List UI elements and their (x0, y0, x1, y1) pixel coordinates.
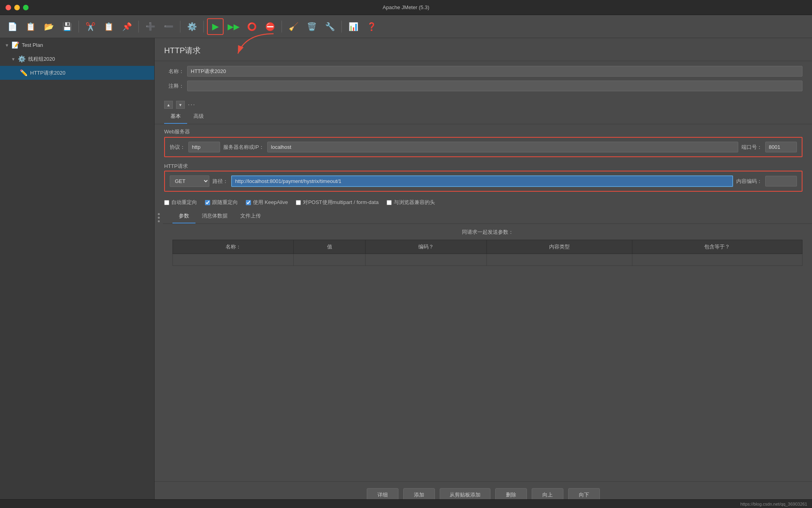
keepalive-input[interactable] (246, 200, 251, 205)
protocol-label: 协议： (170, 144, 185, 151)
dot-2 (158, 217, 160, 219)
table-row (173, 254, 802, 266)
dot-3 (158, 220, 160, 222)
port-label: 端口号： (741, 144, 762, 151)
comment-row: 注释： (164, 81, 802, 91)
sub-tab-params[interactable]: 参数 (172, 209, 195, 223)
sub-tabs-container: 参数 消息体数据 文件上传 同请求一起发送参数： 名称： 值 (155, 209, 812, 271)
tabs-bar: 基本 高级 (155, 110, 812, 124)
close-button[interactable] (6, 5, 11, 10)
http-request-row: GET POST PUT DELETE HEAD OPTIONS PATCH 路… (170, 175, 797, 187)
table-header-row: 名称： 值 编码？ 内容类型 包含等于？ (173, 240, 802, 254)
encoding-input[interactable] (765, 176, 797, 187)
tab-basic[interactable]: 基本 (164, 110, 187, 124)
cut-button[interactable]: ✂️ (82, 18, 99, 35)
window-controls[interactable] (6, 5, 29, 10)
remove-button[interactable]: ➖ (160, 18, 177, 35)
remote-config-button[interactable]: 🔧 (322, 18, 338, 35)
auto-redirect-input[interactable] (164, 200, 169, 205)
status-bar: https://blog.csdn.net/qq_36903261 (0, 499, 812, 508)
save-button[interactable]: 💾 (59, 18, 75, 35)
server-config-row: 协议： 服务器名称或IP： 端口号： (170, 142, 797, 152)
more-options: ··· (188, 101, 195, 108)
follow-redirect-checkbox[interactable]: 跟随重定向 (205, 199, 238, 206)
content-area: HTTP请求 名称： 注释： ▲ ▼ ··· 基 (155, 38, 812, 508)
test-plan-icon: 📝 (11, 41, 19, 49)
keepalive-checkbox[interactable]: 使用 KeepAlive (246, 199, 288, 206)
help-button[interactable]: ❓ (363, 18, 380, 35)
protocol-input[interactable] (188, 142, 220, 152)
method-select[interactable]: GET POST PUT DELETE HEAD OPTIONS PATCH (170, 175, 209, 187)
toolbar: 📄 📋 📂 💾 ✂️ 📋 📌 ➕ ➖ ⚙️ ▶ ▶▶ ⭕ ⛔ 🧹 🗑️ 🔧 📊 … (0, 15, 812, 38)
col-name: 名称： (173, 240, 294, 254)
params-title: 同请求一起发送参数： (172, 229, 802, 236)
expand-icon: ▼ (5, 43, 9, 48)
http-request-section-label: HTTP请求 (155, 161, 812, 171)
browser-compat-checkbox[interactable]: 与浏览器兼容的头 (387, 199, 435, 206)
comment-input[interactable] (187, 81, 802, 91)
stop-remote-button[interactable]: ⭕ (243, 18, 260, 35)
separator-1 (79, 21, 79, 33)
minimize-button[interactable] (14, 5, 20, 10)
open-button[interactable]: 📂 (40, 18, 57, 35)
name-row: 名称： (164, 66, 802, 77)
window-title: Apache JMeter (5.3) (383, 4, 429, 10)
sidebar-item-thread-group[interactable]: ▼ ⚙️ 线程组2020 (0, 52, 154, 66)
web-server-label: Web服务器 (164, 129, 190, 135)
cell-name[interactable] (173, 254, 294, 266)
cell-include[interactable] (632, 254, 802, 266)
copy-button[interactable]: 📋 (100, 18, 117, 35)
new-button[interactable]: 📄 (4, 18, 21, 35)
web-server-section-label: Web服务器 (155, 124, 812, 137)
template-button[interactable]: 📋 (22, 18, 39, 35)
move-down-button[interactable]: ▼ (176, 101, 185, 109)
auto-redirect-checkbox[interactable]: 自动重定向 (164, 199, 197, 206)
port-input[interactable] (765, 142, 797, 152)
multipart-input[interactable] (296, 200, 301, 205)
name-label: 名称： (164, 68, 184, 75)
browser-compat-input[interactable] (387, 200, 392, 205)
clear-all-button[interactable]: 🗑️ (303, 18, 320, 35)
cell-content-type[interactable] (486, 254, 632, 266)
path-input[interactable] (231, 175, 733, 187)
http-request-label: HTTP请求2020 (30, 69, 65, 77)
multipart-checkbox[interactable]: 对POST使用multipart / form-data (296, 199, 379, 206)
follow-redirect-input[interactable] (205, 200, 210, 205)
thread-group-label: 线程组2020 (28, 56, 55, 63)
stop-button[interactable]: ⛔ (262, 18, 278, 35)
auto-redirect-label: 自动重定向 (171, 199, 197, 206)
maximize-button[interactable] (23, 5, 29, 10)
tab-advanced[interactable]: 高级 (187, 110, 210, 124)
paste-button[interactable]: 📌 (119, 18, 135, 35)
cell-encode[interactable] (366, 254, 486, 266)
clear-button[interactable]: 🧹 (285, 18, 302, 35)
status-url: https://blog.csdn.net/qq_36903261 (740, 502, 807, 506)
sub-tab-files[interactable]: 文件上传 (234, 209, 267, 223)
add-button[interactable]: ➕ (142, 18, 159, 35)
move-controls-bar: ▲ ▼ ··· (155, 100, 812, 110)
path-label: 路径： (213, 178, 228, 185)
play-button[interactable]: ▶ (207, 18, 224, 35)
col-content-type: 内容类型 (486, 240, 632, 254)
comment-label: 注释： (164, 83, 184, 90)
name-input[interactable] (187, 66, 802, 77)
spacer (155, 271, 812, 481)
test-plan-label: Test Plan (22, 42, 43, 48)
server-input[interactable] (267, 142, 738, 152)
http-request-box: GET POST PUT DELETE HEAD OPTIONS PATCH 路… (164, 171, 802, 192)
expand-icon: ▼ (11, 57, 15, 62)
sidebar-item-http-request[interactable]: ✏️ HTTP请求2020 (0, 66, 154, 80)
report-button[interactable]: 📊 (345, 18, 362, 35)
encoding-label: 内容编码： (736, 178, 762, 185)
separator-4 (203, 21, 204, 33)
play-no-pause-button[interactable]: ▶▶ (225, 18, 242, 35)
sub-tab-body[interactable]: 消息体数据 (195, 209, 234, 223)
follow-redirect-label: 跟随重定向 (212, 199, 238, 206)
configure-button[interactable]: ⚙️ (184, 18, 200, 35)
side-handle (155, 209, 163, 226)
cell-value[interactable] (294, 254, 366, 266)
move-up-button[interactable]: ▲ (164, 101, 173, 109)
checkboxes-row: 自动重定向 跟随重定向 使用 KeepAlive 对POST使用multipar… (155, 196, 812, 209)
sidebar: ▼ 📝 Test Plan ▼ ⚙️ 线程组2020 ✏️ HTTP请求2020 (0, 38, 155, 508)
sidebar-item-test-plan[interactable]: ▼ 📝 Test Plan (0, 38, 154, 52)
